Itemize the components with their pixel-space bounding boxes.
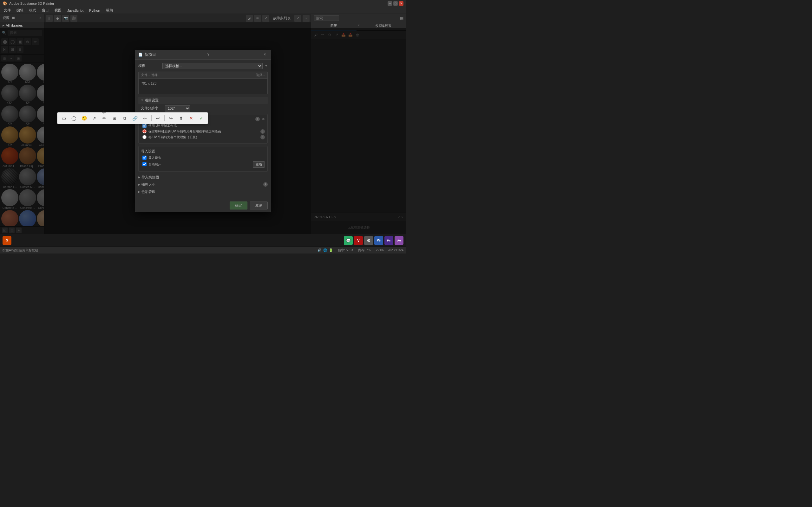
- physics-section-header[interactable]: 物理大小 ℹ: [138, 181, 268, 188]
- taskbar-wechat-icon[interactable]: 💬: [344, 236, 353, 245]
- record-button[interactable]: ⏺: [54, 15, 61, 22]
- taskbar-ps-icon[interactable]: Ps: [374, 236, 383, 245]
- uv-radio2[interactable]: [142, 135, 147, 139]
- sidebar-expand-icon[interactable]: ⊞: [12, 16, 15, 20]
- ft-select-button[interactable]: ⊹: [141, 114, 149, 123]
- ft-arrow-button[interactable]: ↗: [90, 114, 99, 123]
- ft-undo-button[interactable]: ↩: [154, 114, 162, 123]
- dialog-nav-select[interactable]: 选择...: [151, 73, 160, 77]
- ft-separator2: [164, 115, 165, 121]
- camera-button[interactable]: 📷: [62, 15, 69, 22]
- ft-grid-button[interactable]: ⊞: [110, 114, 119, 123]
- bake-section-header[interactable]: 导入烘焙图: [138, 174, 268, 181]
- size-info: 791 x 123: [141, 81, 156, 85]
- template-select[interactable]: 选择模板...: [162, 63, 263, 69]
- taskbar-ae-icon[interactable]: Ae: [395, 236, 403, 245]
- brush2-button[interactable]: ✏: [254, 15, 261, 22]
- story-close-button[interactable]: ×: [303, 15, 310, 22]
- dialog-close-button[interactable]: ×: [262, 52, 268, 57]
- resolution-row: 文件分辨率 1024 512 2048 4096: [138, 105, 268, 112]
- taskbar-vr-icon[interactable]: V: [354, 236, 363, 245]
- ft-link-button[interactable]: 🔗: [131, 114, 139, 123]
- import-unwrap-checkbox[interactable]: [142, 162, 147, 166]
- floating-toolbar: ▭ ◯ 🙂 ↗ ✏ ⊞ ⧉ 🔗 ⊹ ↩ ↪ ⬆ ✕ ✓ ✛: [57, 112, 208, 124]
- menu-view[interactable]: 视图: [52, 7, 64, 13]
- menu-window[interactable]: 窗口: [39, 7, 51, 13]
- dialog-overlay: 📄 新项目 ? × 模板 选择模板... ▼ 文件...: [0, 28, 406, 234]
- status-hint: 按住Alt键以使用鼠标按钮: [3, 248, 38, 252]
- uv-radio2-row: 将 UV 平铺转为各个纹理集（旧版） ℹ: [141, 135, 265, 139]
- dialog-footer: 确定 取消: [135, 199, 271, 212]
- project-settings-header[interactable]: 项目设置: [138, 97, 268, 104]
- taskbar-pe-icon[interactable]: Pc: [385, 236, 393, 245]
- uv-eye-button[interactable]: 👁: [262, 118, 265, 121]
- taskbar-substance-icon[interactable]: S: [3, 236, 11, 245]
- physics-info-btn[interactable]: ℹ: [263, 182, 268, 187]
- template-row: 模板 选择模板... ▼: [138, 63, 268, 69]
- ft-crop-button[interactable]: ⧉: [120, 114, 129, 123]
- minimize-button[interactable]: ─: [388, 1, 392, 6]
- confirm-button[interactable]: 确定: [230, 202, 247, 210]
- menu-help[interactable]: 帮助: [103, 7, 115, 13]
- pause-button[interactable]: ⏸: [46, 15, 53, 22]
- menu-file[interactable]: 文件: [1, 7, 13, 13]
- status-bar: 按住Alt键以使用鼠标按钮 🔊 🌐 🔋 帧率: 5.3.3 内存: 7% 22:…: [0, 246, 406, 253]
- right-filter-btn[interactable]: ▦: [400, 16, 403, 20]
- story-panel-label: 故障条列表: [270, 16, 293, 20]
- taskbar-settings-icon[interactable]: ⚙: [364, 236, 373, 245]
- app-title: Adobe Substance 3D Painter: [9, 2, 54, 5]
- dialog-nav-file[interactable]: 文件...: [141, 73, 150, 77]
- expand-button[interactable]: ⤢: [262, 15, 269, 22]
- brush-button[interactable]: 🖌: [246, 15, 253, 22]
- select-options-button[interactable]: 选项: [253, 161, 265, 168]
- ft-close-button[interactable]: ✕: [187, 114, 196, 123]
- import-camera-row: 导入镜头: [141, 156, 265, 160]
- viewport-toolbar: ⏸ ⏺ 📷 🎥 🖌 ✏ ⤢ 故障条列表 ⤢ ×: [44, 14, 311, 23]
- import-camera-checkbox[interactable]: [142, 156, 147, 160]
- status-date: 2023/11/24: [388, 248, 403, 252]
- story-expand-button[interactable]: ⤢: [294, 15, 301, 22]
- uv-radio1-row: 保留每种材质的 UV 平铺布局并启用在平铺之间绘画 ℹ: [141, 129, 265, 134]
- menu-edit[interactable]: 编辑: [14, 7, 26, 13]
- ft-emoji-button[interactable]: 🙂: [80, 114, 89, 123]
- sidebar-header: 资源 ⊞ ×: [0, 14, 44, 22]
- cancel-button[interactable]: 取消: [250, 202, 268, 210]
- resolution-select[interactable]: 1024 512 2048 4096: [165, 105, 190, 112]
- status-fps: 帧率: 5.3.3: [338, 248, 353, 252]
- uv-radio2-info[interactable]: ℹ: [260, 135, 265, 139]
- import-camera-label: 导入镜头: [148, 156, 161, 160]
- dialog-nav-more[interactable]: 选择...: [256, 73, 265, 77]
- uv-radio1[interactable]: [142, 129, 147, 133]
- dialog-help-button[interactable]: ?: [206, 52, 211, 57]
- title-bar: 🎨 Adobe Substance 3D Painter ─ □ ✕: [0, 0, 406, 7]
- uv-info-button[interactable]: ℹ: [255, 117, 260, 121]
- ft-circle-button[interactable]: ◯: [69, 114, 78, 123]
- menu-python[interactable]: Python: [87, 8, 102, 13]
- maximize-button[interactable]: □: [393, 1, 398, 6]
- template-expand-icon[interactable]: ▼: [264, 64, 268, 67]
- menu-mode[interactable]: 模式: [27, 7, 39, 13]
- taskbar: S 💬 V ⚙ Ps Pc Ae: [0, 234, 406, 246]
- all-libraries-item[interactable]: All libraries: [0, 22, 44, 29]
- uv-radio2-label: 将 UV 平铺转为各个纹理集（旧版）: [148, 135, 199, 139]
- close-button[interactable]: ✕: [399, 1, 403, 6]
- ft-export-button[interactable]: ⬆: [177, 114, 186, 123]
- status-memory-val: 内存: 7%: [358, 248, 371, 252]
- sidebar-title: 资源: [3, 15, 9, 20]
- sidebar-close-button[interactable]: ×: [39, 16, 42, 20]
- ft-confirm-button[interactable]: ✓: [197, 114, 206, 123]
- ft-cursor-indicator: ✛: [102, 109, 106, 115]
- ft-rect-button[interactable]: ▭: [59, 114, 68, 123]
- dialog-titlebar: 📄 新项目 ? ×: [135, 50, 271, 60]
- right-search-input[interactable]: [314, 15, 339, 21]
- menu-javascript[interactable]: JavaScript: [65, 8, 86, 13]
- status-time: 22:06: [376, 248, 384, 252]
- video-button[interactable]: 🎥: [70, 15, 78, 22]
- ft-redo-button[interactable]: ↪: [166, 114, 175, 123]
- ft-separator1: [151, 115, 152, 121]
- status-memory: 🔊 🌐 🔋: [317, 248, 333, 252]
- new-project-dialog: 📄 新项目 ? × 模板 选择模板... ▼ 文件...: [135, 50, 271, 212]
- uv-radio1-info[interactable]: ℹ: [260, 129, 265, 134]
- color-section-header[interactable]: 色彩管理: [138, 188, 268, 195]
- menu-bar: 文件 编辑 模式 窗口 视图 JavaScript Python 帮助: [0, 7, 406, 14]
